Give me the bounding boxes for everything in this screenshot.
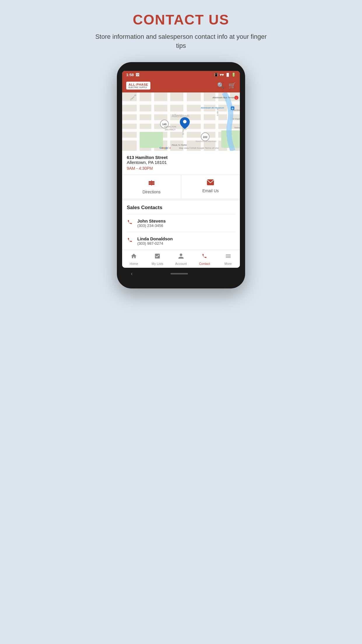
nav-more-label: More	[224, 262, 232, 265]
email-icon	[207, 179, 214, 187]
sales-contacts-title: Sales Contacts	[127, 205, 235, 211]
svg-text:i: i	[236, 97, 237, 99]
nav-account[interactable]: Account	[169, 250, 193, 268]
vibrate-icon: 📳	[214, 73, 218, 77]
phone-screen: 1:58 🖼 📳 ▾▾ ▐▌ 🔋 ALL-PHASE ELECTRIC SUPP…	[122, 71, 240, 268]
svg-text:HAMILTON: HAMILTON	[164, 125, 176, 128]
svg-text:l: l	[168, 146, 168, 149]
svg-text:e: e	[169, 146, 171, 149]
svg-text:o: o	[162, 146, 163, 149]
status-image-icon: 🖼	[136, 73, 139, 77]
svg-text:S 4th St: S 4th St	[217, 108, 219, 116]
home-icon	[131, 253, 137, 261]
cart-icon[interactable]: 🛒	[229, 82, 236, 89]
contact-phone-1: (303) 987-0274	[137, 241, 173, 246]
contact-item-0[interactable]: John Stevens (303) 234-3456	[127, 214, 235, 232]
svg-rect-1	[122, 101, 240, 105]
nav-more[interactable]: More	[216, 250, 240, 268]
svg-rect-13	[140, 132, 163, 148]
bottom-nav: Home My Lists Account Contact	[122, 250, 240, 268]
actions-row: Directions Email Us	[122, 175, 240, 198]
svg-text:PAUL'S PARK: PAUL'S PARK	[172, 144, 187, 146]
contact-info-1: Linda Donaldson (303) 987-0274	[137, 236, 173, 246]
svg-text:g: g	[166, 146, 167, 149]
contact-name-1: Linda Donaldson	[137, 236, 173, 241]
account-icon	[178, 253, 184, 261]
svg-text:Map data ©2018 Google  Terms o: Map data ©2018 Google Terms of Use	[179, 147, 219, 149]
svg-text:Allentown: Allentown	[172, 113, 189, 118]
svg-rect-6	[137, 92, 140, 151]
store-map[interactable]: Chew St Hamilton St W Maple St Walnut St…	[122, 92, 240, 151]
email-button[interactable]: Email Us	[181, 175, 240, 198]
email-label: Email Us	[202, 188, 219, 193]
logo-sub: ELECTRIC SUPPLY	[129, 86, 148, 88]
search-icon[interactable]: 🔍	[217, 82, 224, 89]
signal-icon: ▐▌	[225, 73, 230, 76]
home-indicator[interactable]	[171, 273, 188, 274]
svg-text:Walnut St: Walnut St	[234, 127, 240, 129]
svg-text:222: 222	[203, 136, 207, 139]
nav-contact[interactable]: Contact	[193, 250, 216, 268]
contact-icon	[201, 253, 208, 261]
sales-contacts-section: Sales Contacts John Stevens (303) 234-34…	[122, 201, 240, 250]
address-line1: 613 Hamilton Street	[127, 155, 235, 160]
app-header: ALL-PHASE ELECTRIC SUPPLY 🔍 🛒	[122, 79, 240, 92]
svg-rect-48	[151, 180, 152, 186]
logo-text: ALL-PHASE	[129, 83, 148, 86]
svg-point-36	[183, 120, 187, 123]
directions-icon	[148, 179, 155, 188]
back-button[interactable]: ‹	[131, 271, 133, 277]
header-icons: 🔍 🛒	[217, 82, 236, 89]
my-lists-icon	[154, 253, 161, 261]
logo: ALL-PHASE ELECTRIC SUPPLY	[126, 82, 150, 90]
phone-icon-1	[127, 237, 133, 245]
contact-item-1[interactable]: Linda Donaldson (303) 987-0274	[127, 232, 235, 250]
svg-text:Riverbend at Allentown: Riverbend at Allentown	[196, 140, 217, 142]
map-svg: Chew St Hamilton St W Maple St Walnut St…	[122, 92, 240, 151]
contact-phone-0: (303) 234-3456	[137, 223, 166, 228]
nav-contact-label: Contact	[199, 262, 210, 265]
page-subtitle: Store information and salesperson contac…	[94, 32, 268, 50]
contact-info-0: John Stevens (303) 234-3456	[137, 218, 166, 228]
page-title: CONTACT US	[133, 12, 229, 28]
nav-account-label: Account	[175, 262, 187, 265]
wifi-icon: ▾▾	[220, 73, 224, 77]
svg-text:W Maple St: W Maple St	[233, 118, 240, 120]
svg-text:G: G	[159, 146, 161, 149]
nav-home-label: Home	[130, 262, 138, 265]
directions-label: Directions	[143, 190, 161, 194]
directions-button[interactable]: Directions	[122, 175, 181, 198]
svg-text:o: o	[164, 146, 165, 149]
svg-text:Allentown Bus Terminal: Allentown Bus Terminal	[212, 96, 237, 99]
phone-device: 1:58 🖼 📳 ▾▾ ▐▌ 🔋 ALL-PHASE ELECTRIC SUPP…	[117, 62, 245, 288]
phone-icon-0	[127, 219, 133, 227]
svg-text:DISTRICT: DISTRICT	[165, 128, 176, 131]
status-right: 📳 ▾▾ ▐▌ 🔋	[214, 73, 236, 77]
contact-name-0: John Stevens	[137, 218, 166, 223]
svg-text:Allentown Art Museum: Allentown Art Museum	[201, 106, 224, 109]
more-icon	[225, 253, 231, 261]
status-left: 1:58 🖼	[126, 73, 139, 77]
store-hours: 9AM - 4:30PM	[127, 166, 235, 171]
battery-icon: 🔋	[231, 73, 236, 77]
svg-text:🏛: 🏛	[231, 107, 234, 110]
status-time: 1:58	[126, 73, 134, 77]
nav-my-lists-label: My Lists	[152, 262, 163, 265]
address-line2: Allentown, PA 18101	[127, 160, 235, 165]
nav-home[interactable]: Home	[122, 250, 146, 268]
nav-my-lists[interactable]: My Lists	[146, 250, 169, 268]
address-section: 613 Hamilton Street Allentown, PA 18101 …	[122, 151, 240, 175]
status-bar: 1:58 🖼 📳 ▾▾ ▐▌ 🔋	[122, 71, 240, 79]
phone-bottom-bar: ‹	[122, 268, 240, 280]
